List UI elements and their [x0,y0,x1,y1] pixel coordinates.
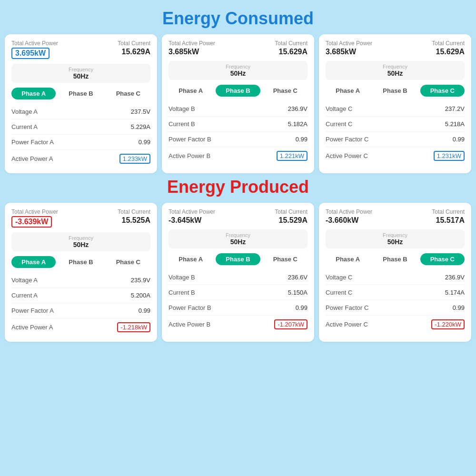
consumed-c-phase-tab-a[interactable]: Phase A [326,85,370,97]
consumed-a-phase-tab-b[interactable]: Phase B [59,88,103,99]
produced-c-phase-tab-a[interactable]: Phase A [326,253,370,265]
consumed-c-active-power-metric: Total Active Power 3.685kW [326,40,372,56]
consumed-a-phase-tab-a[interactable]: Phase A [11,88,56,99]
consumed-b-phase-tab-a[interactable]: Phase A [169,85,213,97]
produced-c-data-rows: Voltage C 236.9V Current C 5.174A Power … [326,270,465,333]
produced-b-frequency-value: 50Hz [169,238,307,246]
consumed-b-data-rows: Voltage B 236.9V Current B 5.182A Power … [169,101,307,165]
consumed-b-phase-tab-c[interactable]: Phase C [263,85,307,97]
produced-c-ap-label: Active Power C [326,321,368,328]
consumed-c-frequency-value: 50Hz [326,69,465,77]
consumed-a-frequency-value: 50Hz [11,72,150,80]
produced-b-current-metric: Total Current 15.529A [275,208,307,225]
produced-a-voltage-value: 235.9V [131,277,150,284]
consumed-c-current-row-value: 5.218A [445,120,465,128]
consumed-b-voltage-row: Voltage B 236.9V [169,101,307,117]
produced-a-current-row-label: Current A [11,292,38,299]
consumed-b-phase-tab-b[interactable]: Phase B [216,85,260,97]
consumed-a-frequency: Frequency 50Hz [11,64,150,83]
consumed-c-frequency: Frequency 50Hz [326,61,465,80]
produced-a-pf-label: Power Factor A [11,307,54,314]
consumed-card-b-top: Total Active Power 3.685kW Total Current… [169,40,307,56]
produced-b-phase-tab-c[interactable]: Phase C [263,253,307,265]
produced-c-current-row: Current C 5.174A [326,285,465,300]
consumed-c-pf-row: Power Factor C 0.99 [326,132,465,147]
produced-a-phase-tabs: Phase A Phase B Phase C [11,256,150,268]
produced-b-current-row-value: 5.150A [288,289,307,296]
consumed-c-active-power-value: 3.685kW [326,48,356,56]
consumed-b-active-power-label: Total Active Power [169,40,215,47]
consumed-b-voltage-value: 236.9V [288,105,307,112]
produced-b-active-power-label: Total Active Power [169,208,215,215]
produced-b-ap-row: Active Power B -1.207kW [169,316,307,333]
produced-c-frequency-label: Frequency [326,232,465,238]
produced-c-current-metric: Total Current 15.517A [432,208,465,225]
produced-c-frequency: Frequency 50Hz [326,229,465,248]
produced-a-current-metric: Total Current 15.525A [118,208,150,228]
consumed-b-current-row-value: 5.182A [288,120,307,128]
consumed-a-current-label: Total Current [118,40,150,47]
consumed-c-phase-tab-b[interactable]: Phase B [373,85,417,97]
consumed-c-voltage-label: Voltage C [326,105,352,112]
consumed-c-voltage-row: Voltage C 237.2V [326,101,465,117]
consumed-c-current-row-label: Current C [326,120,352,128]
consumed-section: Energy Consumed Total Active Power 3.695… [5,9,471,173]
consumed-a-voltage-row: Voltage A 237.5V [11,104,150,119]
produced-b-pf-value: 0.99 [296,304,307,311]
produced-c-pf-label: Power Factor C [326,304,368,311]
produced-c-active-power-label: Total Active Power [326,208,372,215]
produced-a-ap-value: -1.218kW [117,322,150,332]
produced-a-phase-tab-a[interactable]: Phase A [11,256,56,268]
produced-a-active-power-value: -3.639kW [11,216,52,228]
consumed-b-ap-row: Active Power B 1.221kW [169,147,307,165]
consumed-b-frequency: Frequency 50Hz [169,61,307,80]
produced-b-voltage-row: Voltage B 236.6V [169,270,307,285]
produced-cards-row: Total Active Power -3.639kW Total Curren… [5,203,471,342]
consumed-c-ap-row: Active Power C 1.231kW [326,147,465,165]
produced-a-frequency-label: Frequency [11,235,150,241]
produced-c-current-row-value: 5.174A [445,289,465,296]
produced-c-phase-tab-c[interactable]: Phase C [420,253,465,265]
produced-c-voltage-label: Voltage C [326,274,352,281]
consumed-c-pf-value: 0.99 [453,136,465,143]
produced-card-c: Total Active Power -3.660kW Total Curren… [319,203,471,342]
consumed-b-frequency-label: Frequency [169,64,307,69]
consumed-card-a: Total Active Power 3.695kW Total Current… [5,34,157,173]
consumed-a-current-row-label: Current A [11,123,38,130]
consumed-b-current-metric: Total Current 15.629A [275,40,307,56]
consumed-c-ap-value: 1.231kW [434,151,465,161]
produced-b-phase-tab-a[interactable]: Phase A [169,253,213,265]
produced-a-phase-tab-c[interactable]: Phase C [106,256,150,268]
consumed-b-frequency-value: 50Hz [169,69,307,77]
produced-a-current-row-value: 5.200A [131,292,150,299]
produced-a-ap-label: Active Power A [11,324,53,331]
produced-c-pf-row: Power Factor C 0.99 [326,300,465,316]
produced-b-current-row-label: Current B [169,289,195,296]
produced-section: Energy Produced Total Active Power -3.63… [5,177,471,342]
consumed-c-phase-tab-c[interactable]: Phase C [420,85,465,97]
produced-b-current-value: 15.529A [279,216,308,225]
produced-a-phase-tab-b[interactable]: Phase B [59,256,103,268]
consumed-c-phase-tabs: Phase A Phase B Phase C [326,85,465,97]
consumed-b-current-label: Total Current [275,40,307,47]
produced-c-current-value: 15.517A [436,216,465,225]
consumed-card-c: Total Active Power 3.685kW Total Current… [319,34,471,173]
consumed-a-phase-tab-c[interactable]: Phase C [106,88,150,99]
consumed-c-current-row: Current C 5.218A [326,117,465,132]
consumed-c-current-value: 15.629A [436,48,465,56]
consumed-a-current-row-value: 5.229A [131,123,150,130]
produced-c-active-power-value: -3.660kW [326,216,358,225]
consumed-card-b: Total Active Power 3.685kW Total Current… [162,34,314,173]
consumed-b-current-value: 15.629A [279,48,308,56]
consumed-cards-row: Total Active Power 3.695kW Total Current… [5,34,471,173]
consumed-a-current-metric: Total Current 15.629A [118,40,150,59]
consumed-a-ap-row: Active Power A 1.233kW [11,150,150,168]
consumed-a-current-row: Current A 5.229A [11,119,150,135]
produced-a-active-power-metric: Total Active Power -3.639kW [11,208,58,228]
produced-a-pf-value: 0.99 [139,307,150,314]
produced-b-phase-tab-b[interactable]: Phase B [216,253,260,265]
consumed-a-frequency-label: Frequency [11,67,150,72]
produced-c-phase-tab-b[interactable]: Phase B [373,253,417,265]
consumed-c-pf-label: Power Factor C [326,136,368,143]
produced-b-pf-label: Power Factor B [169,304,211,311]
